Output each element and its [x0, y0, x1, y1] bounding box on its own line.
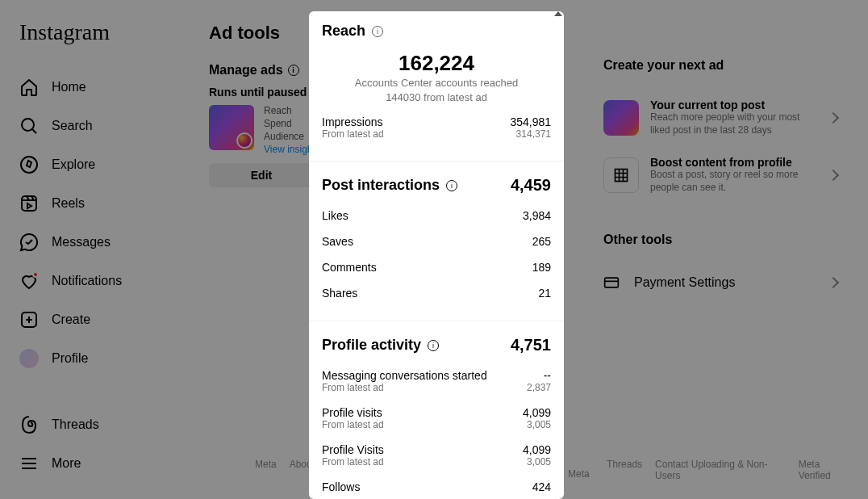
compass-icon [19, 155, 39, 174]
info-icon[interactable]: i [288, 65, 299, 76]
tool-label: Payment Settings [634, 275, 815, 290]
messaging-label: Messaging conversations started [322, 369, 487, 382]
reach-sub2: 144030 from latest ad [322, 90, 551, 105]
modal-scroll[interactable]: Reach i 162,224 Accounts Center accounts… [309, 11, 564, 499]
messaging-sub: 2,837 [527, 382, 551, 393]
insights-modal: Reach i 162,224 Accounts Center accounts… [309, 11, 564, 499]
divider [309, 321, 564, 321]
nav-label: Reels [52, 196, 85, 211]
nav-label: Search [52, 119, 93, 133]
boost-content-card[interactable]: Boost content from profile Boost a post,… [603, 146, 837, 203]
top-post-card[interactable]: Your current top post Reach more people … [603, 89, 837, 146]
ad-thumbnail [209, 105, 254, 150]
svg-rect-2 [22, 196, 36, 211]
from-latest-ad: From latest ad [322, 128, 384, 140]
nav-reels[interactable]: Reels [10, 184, 188, 223]
nav-notifications[interactable]: Notifications [10, 262, 188, 300]
nav-label: Create [52, 312, 90, 327]
footer-brand: Meta [568, 468, 590, 480]
info-icon[interactable]: i [372, 26, 383, 37]
footer-contact[interactable]: Contact Uploading & Non-Users [655, 459, 786, 481]
nav-label: More [52, 456, 81, 471]
from-latest-ad: From latest ad [322, 456, 384, 468]
comments-label: Comments [322, 261, 377, 274]
nav-label: Messages [52, 235, 111, 250]
heart-icon [19, 271, 39, 291]
shares-label: Shares [322, 287, 357, 300]
post-interactions-total: 4,459 [511, 176, 551, 195]
other-tools-heading: Other tools [603, 233, 837, 247]
card-sub: Reach more people with your most liked p… [650, 111, 818, 136]
payment-settings-row[interactable]: Payment Settings [603, 263, 837, 302]
profile-visits-value: 4,099 [523, 406, 551, 419]
menu-icon [19, 454, 39, 473]
info-icon[interactable]: i [446, 180, 457, 191]
create-ad-heading: Create your next ad [603, 58, 837, 73]
nav-label: Threads [52, 417, 99, 432]
avatar-icon [19, 349, 39, 368]
impressions-label: Impressions [322, 115, 384, 128]
reach-title: Reach [322, 23, 365, 40]
chevron-right-icon [828, 170, 839, 181]
chevron-right-icon [828, 277, 839, 288]
profile-activity-total: 4,751 [511, 336, 551, 354]
instagram-logo[interactable]: Instagram [10, 19, 188, 45]
reach-sub1: Accounts Center accounts reached [322, 76, 551, 90]
nav-search[interactable]: Search [10, 107, 188, 145]
svg-point-1 [21, 157, 37, 173]
top-post-thumb [603, 100, 639, 136]
home-icon [19, 78, 39, 97]
profile-visits2-value: 4,099 [523, 443, 551, 456]
footer-verified[interactable]: Meta Verified [799, 459, 852, 481]
search-icon [19, 116, 39, 136]
nav-label: Profile [52, 351, 88, 366]
nav-threads[interactable]: Threads [10, 405, 188, 444]
card-sub: Boost a post, story or reel so more peop… [650, 169, 818, 194]
nav-explore[interactable]: Explore [10, 145, 188, 184]
impressions-value: 354,981 [510, 115, 551, 128]
reach-value: 162,224 [322, 51, 551, 76]
profile-visits-label: Profile visits [322, 406, 384, 419]
footer-meta[interactable]: Meta [255, 459, 277, 481]
card-title: Your current top post [650, 99, 818, 111]
nav-messages[interactable]: Messages [10, 223, 188, 262]
nav-label: Home [52, 80, 86, 94]
plus-icon [19, 310, 39, 329]
card-icon [603, 275, 620, 291]
nav-more[interactable]: More [10, 444, 188, 483]
svg-rect-5 [605, 279, 619, 288]
svg-rect-4 [616, 169, 628, 181]
nav-label: Explore [52, 157, 95, 172]
saves-value: 265 [532, 235, 551, 248]
notification-dot [32, 271, 39, 278]
from-latest-ad: From latest ad [322, 419, 384, 430]
svg-point-0 [22, 119, 34, 131]
follows-value: 424 [532, 480, 551, 493]
shares-value: 21 [538, 287, 551, 300]
likes-value: 3,984 [523, 209, 551, 222]
nav-create[interactable]: Create [10, 300, 188, 339]
reels-icon [19, 194, 39, 213]
profile-visits2-sub: 3,005 [523, 456, 551, 468]
profile-activity-title: Profile activity [322, 337, 421, 354]
saves-label: Saves [322, 235, 353, 248]
grid-icon [603, 157, 639, 193]
edit-button[interactable]: Edit [209, 163, 314, 187]
follows-label: Follows [322, 480, 360, 493]
messages-icon [19, 233, 39, 252]
likes-label: Likes [322, 209, 348, 222]
nav-profile[interactable]: Profile [10, 339, 188, 378]
threads-icon [19, 415, 39, 434]
info-icon[interactable]: i [428, 340, 439, 351]
comments-value: 189 [532, 261, 551, 274]
impressions-sub: 314,371 [510, 128, 551, 140]
footer-threads[interactable]: Threads [607, 459, 642, 481]
chevron-right-icon [828, 112, 839, 124]
messaging-value: -- [527, 369, 551, 382]
profile-visits-sub: 3,005 [523, 419, 551, 430]
divider [309, 161, 564, 161]
nav-home[interactable]: Home [10, 68, 188, 107]
from-latest-ad: From latest ad [322, 382, 487, 393]
profile-visits2-label: Profile Visits [322, 443, 384, 456]
scroll-up-icon[interactable] [554, 11, 562, 16]
